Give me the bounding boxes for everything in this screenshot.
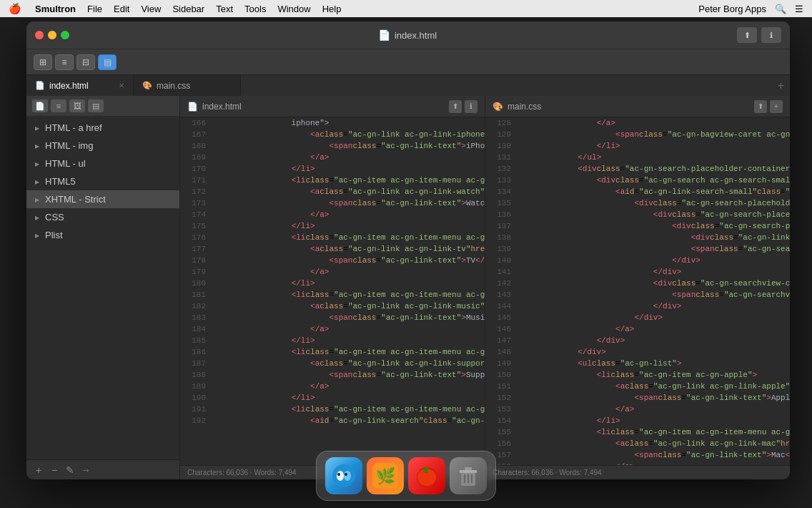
list-view-button[interactable]: ≡ bbox=[55, 54, 74, 70]
code-line: </a> bbox=[216, 209, 479, 220]
image-view-button[interactable]: ⊟ bbox=[76, 54, 95, 70]
tab-add-button[interactable]: + bbox=[772, 75, 790, 96]
editor-left-share-btn[interactable]: ⬆ bbox=[449, 100, 462, 113]
menu-view[interactable]: View bbox=[141, 4, 161, 14]
tab-main-css[interactable]: 🎨 main.css bbox=[134, 75, 241, 96]
line-num: 148 bbox=[490, 346, 511, 358]
editor-right-status-text: Characters: 66,036 · Words: 7,494 bbox=[492, 469, 602, 477]
sidebar-item-html5[interactable]: ▸ HTML5 bbox=[26, 172, 179, 190]
line-num: 137 bbox=[490, 220, 511, 232]
line-num: 181 bbox=[184, 289, 206, 301]
dock-item-trash[interactable] bbox=[450, 457, 487, 494]
sidebar-remove-btn[interactable]: − bbox=[48, 464, 61, 477]
sidebar-item-icon: ▸ bbox=[35, 177, 39, 187]
code-line: <span class="ac-gn-link-text">Mac</span> bbox=[521, 449, 784, 461]
sidebar-toggle-button[interactable]: ⊞ bbox=[34, 54, 52, 70]
app-name[interactable]: Smultron bbox=[35, 4, 76, 14]
code-line: <span class="ac-gn-link-text">Music</spa… bbox=[216, 312, 479, 323]
sidebar: 📄 ≡ 🖼 ▤ ▸ HTML - a href ▸ HTML - img ▸ H… bbox=[26, 96, 180, 479]
editor-right-code[interactable]: 128 129 130 131 132 133 134 135 136 137 … bbox=[485, 117, 790, 465]
svg-point-4 bbox=[345, 473, 347, 476]
line-num: 177 bbox=[184, 243, 206, 255]
editor-left-code[interactable]: 166 167 168 169 170 171 172 173 174 175 … bbox=[180, 117, 485, 465]
code-line: <span class="ac-gn-bagview-caret ac-gn-b… bbox=[521, 129, 784, 140]
code-line: <a class="ac-gn-link ac-gn-link-mac" hre… bbox=[521, 438, 784, 449]
sidebar-item-html-a[interactable]: ▸ HTML - a href bbox=[26, 119, 179, 137]
sidebar-edit-btn[interactable]: ✎ bbox=[64, 464, 76, 477]
menubar-right: Peter Borg Apps 🔍 ☰ bbox=[698, 4, 803, 14]
sidebar-item-xhtml-strict[interactable]: ▸ XHTML - Strict bbox=[26, 190, 179, 208]
line-num: 179 bbox=[184, 266, 206, 278]
code-line: <a class="ac-gn-link ac-gn-link-support"… bbox=[216, 358, 479, 369]
trash-icon bbox=[455, 463, 481, 489]
line-num: 182 bbox=[184, 301, 206, 312]
sidebar-code-btn[interactable]: ▤ bbox=[88, 99, 104, 112]
menu-tools[interactable]: Tools bbox=[244, 4, 266, 14]
code-line: </li> bbox=[521, 415, 784, 426]
menu-text[interactable]: Text bbox=[216, 4, 233, 14]
line-num: 140 bbox=[490, 255, 511, 266]
info-button[interactable]: ℹ bbox=[761, 27, 781, 43]
minimize-button[interactable] bbox=[48, 31, 56, 39]
code-content-left[interactable]: iphone"> <a class="ac-gn-link ac-gn-link… bbox=[210, 117, 485, 426]
tab-label-left: index.html bbox=[49, 81, 89, 91]
dock-item-finder[interactable] bbox=[325, 457, 362, 494]
code-line: </div> bbox=[521, 346, 784, 358]
menu-help[interactable]: Help bbox=[322, 4, 342, 14]
maximize-button[interactable] bbox=[61, 31, 69, 39]
tab-icon-left: 📄 bbox=[35, 81, 45, 90]
code-line: </li> bbox=[216, 163, 479, 175]
line-num: 149 bbox=[490, 358, 511, 369]
dock-item-tomato[interactable] bbox=[408, 457, 445, 494]
menu-file[interactable]: File bbox=[87, 4, 102, 14]
menu-edit[interactable]: Edit bbox=[114, 4, 129, 14]
menu-window[interactable]: Window bbox=[277, 4, 310, 14]
sidebar-item-plist[interactable]: ▸ Plist bbox=[26, 226, 179, 244]
line-num: 142 bbox=[490, 278, 511, 289]
editor-right-add-btn[interactable]: + bbox=[770, 100, 783, 113]
close-button[interactable] bbox=[35, 31, 44, 39]
sidebar-image-btn[interactable]: 🖼 bbox=[69, 99, 85, 112]
sidebar-items: ▸ HTML - a href ▸ HTML - img ▸ HTML - ul… bbox=[26, 116, 179, 459]
editor-left-info-btn[interactable]: ℹ bbox=[465, 100, 477, 113]
sidebar-list-btn[interactable]: ≡ bbox=[51, 99, 66, 112]
sidebar-item-label: HTML - img bbox=[45, 140, 93, 151]
search-icon[interactable]: 🔍 bbox=[775, 4, 786, 14]
editor-right-actions: ⬆ + bbox=[754, 100, 783, 113]
editor-right-share-btn[interactable]: ⬆ bbox=[754, 100, 767, 113]
sidebar-item-html-ul[interactable]: ▸ HTML - ul bbox=[26, 155, 179, 172]
editor-left-actions: ⬆ ℹ bbox=[449, 100, 477, 113]
line-num: 150 bbox=[490, 369, 511, 381]
code-line: <span class="ac-gn-link-text">TV</span> bbox=[216, 255, 479, 266]
sidebar-item-icon: ▸ bbox=[35, 195, 39, 205]
tab-index-html[interactable]: 📄 index.html ✕ bbox=[26, 75, 134, 96]
tab-icon-right: 🎨 bbox=[142, 81, 152, 90]
dock-item-smultron[interactable]: 🌿 bbox=[367, 457, 404, 494]
window-title: index.html bbox=[395, 30, 437, 41]
share-button[interactable]: ⬆ bbox=[737, 27, 757, 43]
line-num: 141 bbox=[490, 266, 511, 278]
sidebar-file-btn[interactable]: 📄 bbox=[32, 99, 48, 112]
line-num: 190 bbox=[184, 392, 206, 404]
detail-view-button[interactable]: ▤ bbox=[98, 54, 117, 70]
code-content-right[interactable]: </a> <span class="ac-gn-bagview-caret ac… bbox=[515, 117, 790, 465]
code-line: <a class="ac-gn-link ac-gn-link-iphone" … bbox=[216, 129, 479, 140]
line-num: 191 bbox=[184, 404, 206, 415]
editor-right-statusbar: Characters: 66,036 · Words: 7,494 bbox=[485, 465, 790, 479]
code-line: </a> bbox=[521, 323, 784, 335]
sidebar-item-html-img[interactable]: ▸ HTML - img bbox=[26, 137, 179, 155]
apple-menu[interactable]: 🍎 bbox=[9, 3, 21, 14]
editor-pane-left-header: 📄 index.html ⬆ ℹ bbox=[180, 96, 485, 117]
code-line: </a> bbox=[521, 117, 784, 129]
menu-sidebar[interactable]: Sidebar bbox=[172, 4, 204, 14]
code-line: </li> bbox=[216, 335, 479, 346]
menu-icon[interactable]: ☰ bbox=[795, 4, 803, 14]
tab-close-left[interactable]: ✕ bbox=[119, 82, 124, 89]
sidebar-move-btn[interactable]: → bbox=[79, 464, 92, 477]
sidebar-item-css[interactable]: ▸ CSS bbox=[26, 208, 179, 226]
code-line: <li class="ac-gn-item ac-gn-item-menu ac… bbox=[216, 404, 479, 415]
code-line: </li> bbox=[216, 278, 479, 289]
sidebar-add-btn[interactable]: + bbox=[32, 464, 45, 477]
line-num: 169 bbox=[184, 152, 206, 163]
code-line: </div> bbox=[521, 335, 784, 346]
